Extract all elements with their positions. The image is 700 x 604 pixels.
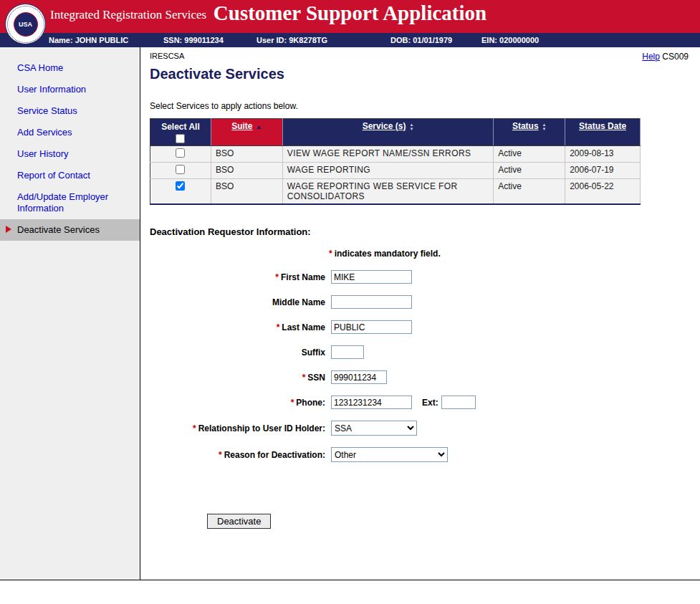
- ext-input[interactable]: [441, 396, 476, 409]
- service-cell: VIEW WAGE REPORT NAME/SSN ERRORS: [282, 146, 494, 163]
- suite-cell: BSO: [211, 163, 282, 179]
- user-ssn: SSN: 999011234: [163, 36, 224, 44]
- ext-label: Ext:: [422, 398, 438, 408]
- ssn-input[interactable]: [331, 370, 387, 384]
- row-checkbox[interactable]: [176, 165, 185, 174]
- table-row: BSO VIEW WAGE REPORT NAME/SSN ERRORS Act…: [150, 146, 641, 163]
- help-link[interactable]: Help: [642, 52, 660, 62]
- phone-input[interactable]: [331, 396, 412, 409]
- app-banner: USA Integrated Registration Services Cus…: [0, 0, 700, 33]
- sort-icon: ▲▼: [409, 123, 413, 131]
- sidebar-item-add-services[interactable]: Add Services: [0, 122, 140, 143]
- user-name: Name: JOHN PUBLIC: [49, 36, 128, 44]
- status-cell: Active: [494, 179, 565, 205]
- status-date-cell: 2006-05-22: [565, 179, 641, 205]
- mandatory-note: *indicates mandatory field.: [329, 249, 689, 259]
- sidebar-nav: CSA Home User Information Service Status…: [0, 47, 140, 580]
- reason-select[interactable]: Other: [331, 447, 448, 462]
- service-cell: WAGE REPORTING WEB SERVICE FOR CONSOLIDA…: [282, 179, 494, 205]
- user-ein: EIN: 020000000: [481, 36, 539, 44]
- main-content: IRESCSA Help CS009 Deactivate Services S…: [140, 47, 700, 580]
- ssn-label: *SSN: [150, 373, 325, 383]
- deactivate-button[interactable]: Deactivate: [207, 514, 271, 529]
- relationship-select[interactable]: SSA: [331, 421, 417, 436]
- services-table: Select All Suite▲ Service (s)▲▼ Status▲▼: [150, 118, 641, 205]
- service-cell: WAGE REPORTING: [282, 163, 494, 179]
- active-item-arrow-icon: [6, 226, 11, 233]
- user-dob: DOB: 01/01/1979: [390, 36, 452, 44]
- sidebar-item-user-history[interactable]: User History: [0, 143, 140, 165]
- reason-label: *Reason for Deactivation:: [150, 450, 325, 460]
- middle-name-label: Middle Name: [150, 297, 325, 307]
- app-title: Customer Support Application: [214, 1, 486, 25]
- suffix-label: Suffix: [150, 347, 325, 358]
- row-checkbox[interactable]: [176, 181, 185, 191]
- sort-asc-icon: ▲: [256, 123, 262, 130]
- first-name-label: *First Name: [150, 272, 325, 282]
- phone-label: *Phone:: [150, 398, 325, 408]
- table-row: BSO WAGE REPORTING Active 2006-07-19: [150, 163, 641, 179]
- sidebar-item-add-update-employer[interactable]: Add/Update Employer Information: [0, 186, 140, 219]
- table-row: BSO WAGE REPORTING WEB SERVICE FOR CONSO…: [150, 179, 641, 205]
- page-title: Deactivate Services: [150, 66, 689, 82]
- user-info-bar: Name: JOHN PUBLIC SSN: 999011234 User ID…: [0, 33, 700, 47]
- column-header-status[interactable]: Status▲▼: [494, 119, 565, 146]
- user-id: User ID: 9K8278TG: [256, 36, 327, 44]
- select-all-checkbox[interactable]: [176, 134, 185, 143]
- last-name-input[interactable]: [331, 320, 412, 334]
- status-cell: Active: [494, 163, 565, 179]
- middle-name-input[interactable]: [331, 295, 412, 309]
- column-header-select-all: Select All: [150, 119, 211, 146]
- sidebar-item-user-information[interactable]: User Information: [0, 79, 140, 100]
- sort-icon: ▲▼: [542, 123, 547, 131]
- column-header-status-date[interactable]: Status Date: [565, 119, 641, 146]
- page-code: CS009: [662, 52, 689, 62]
- column-header-suite[interactable]: Suite▲: [211, 119, 282, 146]
- row-checkbox[interactable]: [176, 148, 185, 158]
- status-date-cell: 2006-07-19: [565, 163, 641, 179]
- last-name-label: *Last Name: [150, 322, 325, 332]
- status-cell: Active: [494, 146, 565, 163]
- status-date-cell: 2009-08-13: [565, 146, 641, 163]
- sidebar-item-service-status[interactable]: Service Status: [0, 100, 140, 122]
- sidebar-item-csa-home[interactable]: CSA Home: [0, 57, 140, 79]
- column-header-service[interactable]: Service (s)▲▼: [282, 119, 494, 146]
- suite-cell: BSO: [211, 179, 282, 205]
- suffix-input[interactable]: [331, 345, 364, 359]
- relationship-label: *Relationship to User ID Holder:: [150, 423, 325, 433]
- sidebar-item-report-of-contact[interactable]: Report of Contact: [0, 165, 140, 186]
- ssa-seal-logo: USA: [5, 4, 46, 44]
- section-title: Deactivation Requestor Information:: [150, 226, 689, 237]
- suite-cell: BSO: [211, 146, 282, 163]
- app-code: IRESCSA: [150, 52, 184, 62]
- first-name-input[interactable]: [331, 270, 412, 284]
- sidebar-item-deactivate-services[interactable]: Deactivate Services: [0, 219, 140, 241]
- app-subtitle: Integrated Registration Services: [50, 8, 206, 22]
- instructions-text: Select Services to apply actions below.: [150, 101, 689, 111]
